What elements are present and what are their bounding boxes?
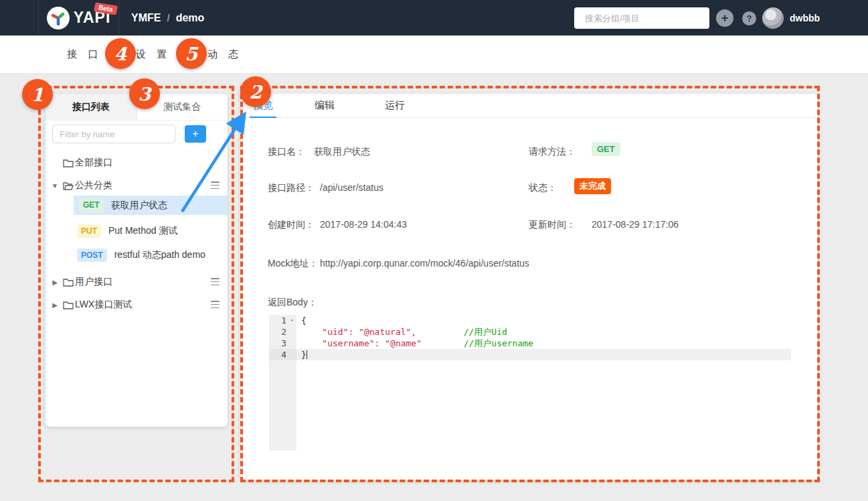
tab-interface[interactable]: 接 口	[67, 35, 102, 74]
category-menu-icon[interactable]	[211, 301, 220, 308]
caret-right-icon[interactable]: ▶	[51, 301, 59, 309]
global-search	[574, 7, 709, 29]
method-badge-get: GET	[79, 198, 104, 212]
code-lines: { "uid": "@natural", //用户Uid "username":…	[296, 315, 791, 451]
code-gutter: 1▾234	[269, 315, 296, 451]
method-label: 请求方法：	[529, 146, 576, 158]
filter-input[interactable]	[52, 125, 175, 143]
folder-open-icon	[63, 182, 74, 190]
interface-name: Put Method 测试	[108, 225, 178, 237]
annotation-circle-5: 5	[176, 38, 207, 69]
method-badge-put: PUT	[77, 224, 101, 238]
folder-icon	[63, 301, 74, 309]
status-badge: 未完成	[574, 178, 611, 194]
plus-icon: +	[192, 129, 198, 139]
breadcrumb-group[interactable]: YMFE	[131, 12, 161, 24]
tree-item-put-method-test[interactable]: PUT Put Method 测试	[46, 222, 228, 240]
help-button[interactable]: ?	[742, 11, 756, 25]
annotation-circle-1: 1	[22, 79, 53, 110]
updated-value: 2017-08-29 17:17:06	[592, 219, 679, 230]
tree-item-label: 全部接口	[75, 157, 112, 169]
username[interactable]: dwbbb	[790, 0, 820, 35]
path-value: /api/user/status	[320, 182, 383, 193]
tree-group-label: 公共分类	[75, 180, 112, 192]
tab-run[interactable]: 运行	[385, 94, 405, 117]
annotation-circle-2: 2	[240, 76, 271, 107]
tab-api-list[interactable]: 接口列表	[46, 94, 137, 120]
method-value-badge: GET	[592, 142, 620, 156]
add-interface-button[interactable]: +	[185, 125, 206, 143]
tab-activity[interactable]: 动 态	[207, 35, 242, 74]
avatar[interactable]	[762, 7, 784, 29]
status-label: 状态：	[529, 182, 557, 194]
annotation-circle-4: 4	[105, 38, 136, 69]
interface-name: 获取用户状态	[111, 200, 167, 212]
top-navbar: YAPI Beta YMFE / demo + ? dwbbb	[0, 0, 868, 35]
tree-group-lwx-test[interactable]: ▶ LWX接口测试	[46, 295, 228, 314]
yapi-page: YAPI Beta YMFE / demo + ? dwbbb 接 口 设 置 …	[0, 0, 868, 501]
add-project-button[interactable]: +	[716, 9, 733, 27]
detail-tabs: 预览 编辑 运行	[240, 94, 818, 118]
tree-group-user-interface[interactable]: ▶ 用户接口	[46, 273, 228, 291]
plus-icon: +	[721, 12, 729, 24]
method-badge-post: POST	[77, 248, 107, 263]
tab-settings[interactable]: 设 置	[136, 35, 171, 74]
interface-detail-panel: 预览 编辑 运行 接口名： 获取用户状态 请求方法： GET 接口路径： /ap…	[240, 94, 818, 480]
interface-list-panel: 接口列表 测试集合 + 全部接口 ▼ 公共分类 GET 获取用户状态 PUT P…	[46, 94, 228, 427]
tree-item-get-user-status[interactable]: GET 获取用户状态	[74, 196, 228, 215]
interface-name: restful 动态path demo	[114, 249, 205, 261]
created-label: 创建时间：	[268, 219, 315, 231]
body-label: 返回Body：	[268, 297, 317, 309]
breadcrumb-project[interactable]: demo	[176, 12, 205, 24]
mock-label: Mock地址：	[268, 258, 318, 270]
folder-icon	[63, 159, 74, 167]
tree-group-label: LWX接口测试	[75, 299, 132, 311]
search-input[interactable]	[585, 13, 703, 23]
created-value: 2017-08-29 14:04:43	[320, 219, 407, 230]
breadcrumb-separator: /	[167, 12, 169, 23]
question-icon: ?	[747, 13, 752, 23]
tree-group-public[interactable]: ▼ 公共分类	[46, 176, 228, 195]
tree-item-all-interfaces[interactable]: 全部接口	[46, 153, 228, 172]
tree-item-restful-path-demo[interactable]: POST restful 动态path demo	[46, 246, 228, 265]
updated-label: 更新时间：	[529, 219, 576, 231]
name-value: 获取用户状态	[314, 146, 370, 158]
breadcrumb: YMFE / demo	[131, 0, 204, 35]
path-label: 接口路径：	[268, 182, 315, 194]
folder-icon	[63, 278, 74, 287]
response-body-editor[interactable]: 1▾234 { "uid": "@natural", //用户Uid "user…	[269, 315, 791, 451]
mock-url: http://yapi.corp.qunar.com/mock/46/api/u…	[320, 258, 529, 269]
yapi-logo-icon	[47, 7, 70, 29]
caret-down-icon[interactable]: ▼	[51, 182, 59, 190]
name-label: 接口名：	[268, 146, 305, 158]
category-menu-icon[interactable]	[211, 182, 220, 189]
category-menu-icon[interactable]	[211, 278, 220, 285]
tab-edit[interactable]: 编辑	[315, 94, 335, 117]
annotation-circle-3: 3	[129, 78, 160, 109]
caret-right-icon[interactable]: ▶	[51, 279, 59, 286]
tree-group-label: 用户接口	[75, 276, 112, 288]
